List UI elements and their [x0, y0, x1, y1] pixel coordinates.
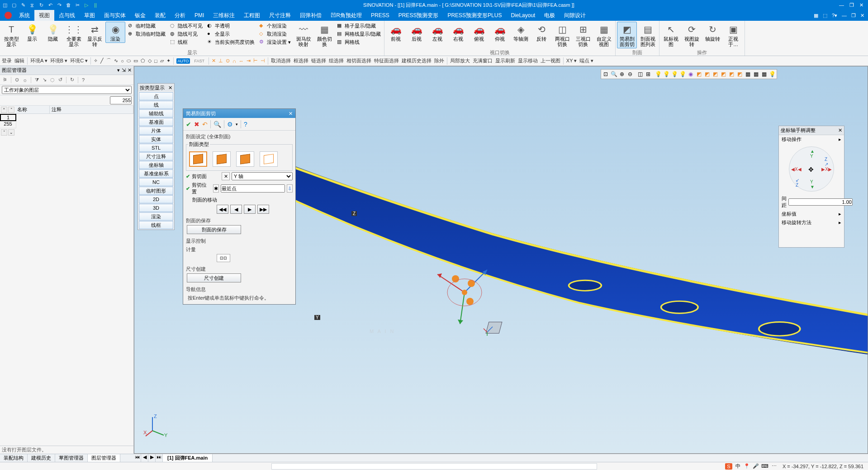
aux-poly-icon[interactable]: ⬠ [141, 58, 145, 64]
vt-bulb2-icon[interactable]: 💡 [662, 70, 670, 78]
btn-render[interactable]: ◉渲染 [105, 22, 125, 43]
menu-sheet[interactable]: 钣金 [130, 10, 150, 21]
btn-section-list[interactable]: ▤剖面视图列表 [638, 22, 658, 48]
menu-sketch[interactable]: 草图 [80, 10, 100, 21]
menu-view[interactable]: 视图 [34, 10, 54, 21]
btn-cancel-render[interactable]: ◇取消渲染 [257, 30, 293, 38]
tab-history[interactable]: 建模历史 [28, 454, 55, 462]
vt-cube6-icon[interactable]: ◩ [735, 70, 744, 78]
btn-temp-hide[interactable]: ⊘临时隐藏 [126, 22, 167, 30]
btn-iso[interactable]: ◈等轴测 [511, 22, 531, 43]
aux-ellipse-icon[interactable]: ⬭ [127, 58, 131, 64]
pick-pos-drop[interactable]: ⇩ [287, 184, 293, 193]
vt-cube3-icon[interactable]: ◩ [711, 70, 719, 78]
hp-coord[interactable]: 坐标值▸ [779, 210, 844, 218]
aux-snap4-icon[interactable]: ∩ [232, 58, 236, 64]
minimize-icon[interactable]: — [839, 2, 844, 8]
layer-tree-icon[interactable]: ⚞ [3, 77, 7, 83]
aux-cmd-6[interactable]: 建模历史选择 [402, 57, 432, 64]
aux-arc-icon[interactable]: ⌒ [106, 57, 111, 64]
aux-env-b[interactable]: 环境B ▾ [50, 57, 67, 64]
aux-login[interactable]: 登录 [2, 57, 12, 64]
layer-dropdown[interactable]: 工作对象的图层 [2, 86, 132, 94]
cat-nc[interactable]: NC [139, 178, 173, 186]
btn-full[interactable]: ●全显示 [205, 30, 256, 38]
qat-refresh-icon[interactable]: ↻ [38, 2, 44, 8]
tray-ime-icon[interactable]: S [725, 463, 732, 470]
btn-ind-render[interactable]: ◆个别渲染 [257, 22, 293, 30]
cube-type-3[interactable] [236, 151, 254, 167]
qat-save-icon[interactable]: ✎ [20, 2, 26, 8]
chk-cut-pos[interactable]: ✔ [186, 186, 190, 192]
btn-custom-vp[interactable]: ▦自定义视图 [594, 22, 614, 48]
btn-bottom[interactable]: 🚗仰视 [490, 22, 510, 43]
btn-show[interactable]: 💡显示 [22, 22, 42, 43]
aux-cmd-4[interactable]: 相切面选择 [346, 57, 371, 64]
aux-snap6-icon[interactable]: ⇥ [247, 58, 251, 64]
category-close-icon[interactable]: ✕ [168, 85, 172, 91]
layer-search-icon[interactable]: ◌ [50, 77, 55, 83]
btn-type-display[interactable]: T按类型显示 [1, 22, 21, 48]
cube-type-4[interactable] [260, 151, 278, 167]
dialog-close-icon[interactable]: ✕ [289, 111, 293, 117]
category-panel-header[interactable]: 按类型显示✕ [138, 84, 174, 92]
btn-reverse[interactable]: ⇄显示反转 [85, 22, 104, 48]
cat-stl[interactable]: STL [139, 144, 173, 152]
btn-dim-create[interactable]: 尺寸创建 [187, 273, 241, 282]
btn-axis-rot[interactable]: ↻轴旋转 [702, 22, 722, 43]
tab-sketch-mgr[interactable]: 草图管理器 [55, 454, 88, 462]
btn-rewind[interactable]: ◀◀ [217, 205, 228, 214]
btn-right[interactable]: 🚗右视 [448, 22, 468, 43]
cat-line[interactable]: 线 [139, 101, 173, 109]
aux-cmd-7[interactable]: 除外 [434, 57, 444, 64]
btn-hide-visible[interactable]: ◍隐线可见 [168, 30, 204, 38]
layer-filter-icon[interactable]: ⧩ [35, 77, 39, 83]
layer-value-input[interactable] [110, 96, 132, 104]
app-icon[interactable] [2, 10, 14, 21]
vt-cube2-icon[interactable]: ◩ [703, 70, 711, 78]
aux-snap5-icon[interactable]: ↔ [239, 58, 244, 64]
dist-input[interactable] [788, 198, 853, 206]
aux-circle-icon[interactable]: ○ [121, 58, 124, 64]
dialog-title-bar[interactable]: 简易剖面剪切✕ [183, 109, 295, 118]
btn-measure[interactable]: ⊡⊡ [217, 254, 230, 262]
aux-line-icon[interactable]: ╱ [100, 58, 104, 64]
vt-cube4-icon[interactable]: ◩ [719, 70, 727, 78]
vt-vp2-icon[interactable]: ⊞ [644, 70, 652, 78]
vt-zoom-out-icon[interactable]: ⊖ [626, 70, 634, 78]
menu-electrode[interactable]: 电极 [540, 10, 560, 21]
aux-snap7-icon[interactable]: ⊢ [253, 58, 258, 64]
aux-diamond-icon[interactable]: ◇ [148, 58, 152, 64]
close-icon[interactable]: ✕ [859, 2, 863, 8]
help-icon[interactable]: ?▾ [831, 13, 838, 19]
btn-hide-invisible[interactable]: ◌隐线不可见 [168, 22, 204, 30]
btn-mouse-view[interactable]: ↖鼠标视图 [661, 22, 681, 48]
layer-row-1[interactable]: 1 [0, 114, 16, 121]
vt-vp1-icon[interactable]: ◫ [636, 70, 644, 78]
cube-type-2[interactable] [213, 151, 231, 167]
btn-hide[interactable]: 💡隐藏 [43, 22, 63, 43]
menu-system[interactable]: 系统 [14, 10, 34, 21]
menu-surface-solid[interactable]: 面与实体 [100, 10, 130, 21]
btn-prev[interactable]: ◀ [230, 205, 242, 214]
cat-point[interactable]: 点 [139, 92, 173, 100]
aux-cmd-8[interactable]: 局部放大 [450, 57, 470, 64]
cut-pos-input[interactable] [221, 184, 285, 193]
aux-cmd-1[interactable]: 框选择 [294, 57, 308, 64]
chk-cut-plane[interactable]: ✔ [186, 174, 190, 179]
view-tab-main[interactable]: [1] 回弹FEA.main [163, 454, 213, 462]
arrow-down[interactable]: ˅ [1, 129, 7, 136]
qat-play-icon[interactable]: ▷ [83, 2, 90, 8]
btn-back[interactable]: 🚗后视 [407, 22, 427, 43]
aux-cmd-5[interactable]: 特征面选择 [374, 57, 399, 64]
layer-row-255[interactable]: 255 [0, 121, 16, 128]
vt-zoom-in-icon[interactable]: ⊕ [618, 70, 626, 78]
tab-first-icon[interactable]: ⏮ [134, 454, 141, 462]
child-min-icon[interactable]: — [841, 13, 848, 18]
btn-front2[interactable]: ▣正视于… [723, 22, 743, 48]
btn-two-vp[interactable]: ◫两视口切换 [552, 22, 572, 48]
aux-cmd-0[interactable]: 取消选择 [271, 57, 291, 64]
cat-2d[interactable]: 2D [139, 195, 173, 203]
btn-left[interactable]: 🚗左视 [427, 22, 447, 43]
hp-move-rot[interactable]: 移动旋转方法▸ [779, 218, 844, 227]
